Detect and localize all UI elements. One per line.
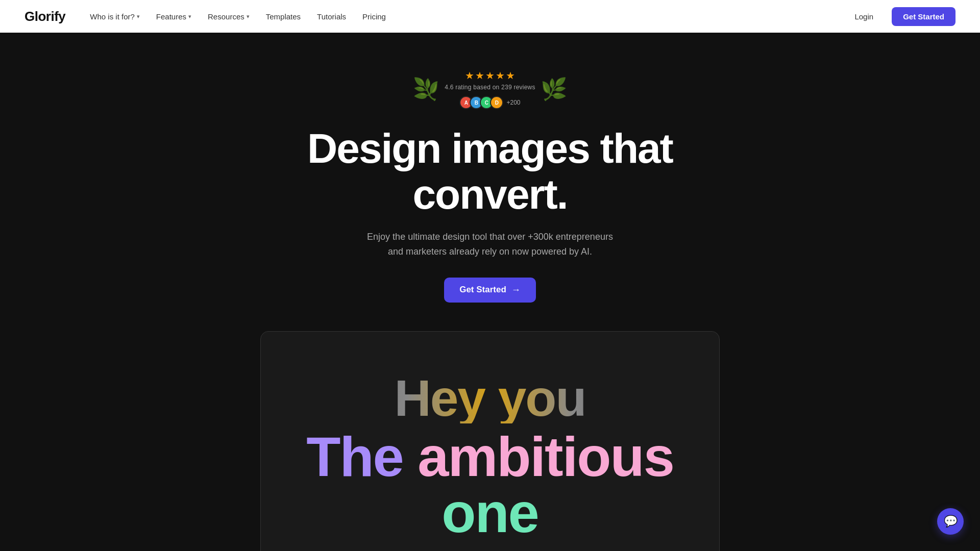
star-rating: ★ ★ ★ ★ ★: [465, 69, 515, 82]
star-4: ★: [496, 69, 505, 82]
hero-content: 🌿 ★ ★ ★ ★ ★ 4.6 rating based on 239 revi…: [260, 33, 720, 551]
star-3: ★: [485, 69, 495, 82]
word-one: one: [442, 481, 538, 544]
rating-text: 4.6 rating based on 239 reviews: [445, 84, 535, 91]
star-2: ★: [475, 69, 484, 82]
chevron-down-icon: ▾: [188, 13, 191, 20]
nav-links: Who is it for? ▾ Features ▾ Resources ▾ …: [84, 8, 392, 25]
nav-item-tutorials[interactable]: Tutorials: [311, 8, 352, 25]
nav-item-who-is-it-for[interactable]: Who is it for? ▾: [84, 8, 146, 25]
chat-icon: 💬: [944, 515, 958, 528]
rating-badge: 🌿 ★ ★ ★ ★ ★ 4.6 rating based on 239 revi…: [413, 69, 567, 109]
logo[interactable]: Glorify: [24, 9, 65, 24]
get-started-hero-button[interactable]: Get Started →: [444, 278, 536, 303]
star-5: ★: [506, 69, 515, 82]
chat-button[interactable]: 💬: [937, 508, 964, 535]
preview-hey-you: Hey you: [281, 372, 699, 423]
word-the: The: [306, 425, 403, 488]
laurel-left-icon: 🌿: [413, 79, 439, 100]
laurel-container: 🌿 ★ ★ ★ ★ ★ 4.6 rating based on 239 revi…: [413, 69, 567, 109]
navbar-left: Glorify Who is it for? ▾ Features ▾ Reso…: [24, 8, 392, 25]
nav-item-pricing[interactable]: Pricing: [356, 8, 392, 25]
word-ambitious: ambitious: [418, 425, 674, 488]
chevron-down-icon: ▾: [137, 13, 140, 20]
arrow-right-icon: →: [511, 285, 521, 295]
star-1: ★: [465, 69, 474, 82]
hero-subtext: Enjoy the ultimate design tool that over…: [367, 230, 613, 259]
avatar-row: A B C D +200: [459, 96, 520, 109]
avatar-4: D: [490, 96, 503, 109]
navbar: Glorify Who is it for? ▾ Features ▾ Reso…: [0, 0, 980, 33]
nav-item-features[interactable]: Features ▾: [150, 8, 198, 25]
preview-card: Hey you The ambitious one: [260, 331, 720, 551]
nav-item-templates[interactable]: Templates: [260, 8, 307, 25]
navbar-right: Login Get Started: [844, 7, 955, 26]
avatar-count: +200: [506, 99, 520, 106]
get-started-nav-button[interactable]: Get Started: [892, 7, 955, 26]
chevron-down-icon: ▾: [247, 13, 250, 20]
laurel-right-icon: 🌿: [541, 79, 567, 100]
hero-section: 🌿 ★ ★ ★ ★ ★ 4.6 rating based on 239 revi…: [0, 0, 980, 551]
hero-headline: Design images that convert.: [260, 126, 720, 217]
nav-item-resources[interactable]: Resources ▾: [202, 8, 256, 25]
preview-ambitious-line: The ambitious one: [281, 429, 699, 541]
login-button[interactable]: Login: [844, 8, 884, 26]
rating-content: ★ ★ ★ ★ ★ 4.6 rating based on 239 review…: [445, 69, 535, 109]
preview-text-display: Hey you The ambitious one: [261, 332, 719, 551]
